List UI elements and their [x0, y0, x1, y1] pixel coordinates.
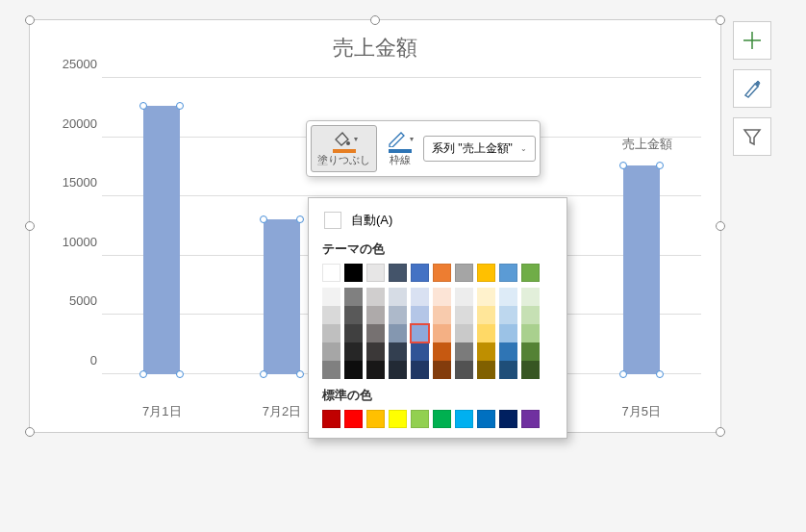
color-swatch[interactable] — [344, 410, 363, 428]
color-swatch[interactable] — [499, 324, 517, 342]
color-swatch[interactable] — [521, 324, 540, 342]
bar-handle[interactable] — [296, 215, 304, 223]
color-swatch[interactable] — [499, 288, 517, 306]
color-swatch[interactable] — [366, 324, 385, 342]
bar-handle[interactable] — [260, 370, 267, 378]
color-swatch[interactable] — [411, 306, 429, 324]
color-swatch[interactable] — [477, 410, 495, 428]
resize-handle-tl[interactable] — [25, 15, 35, 25]
bar-handle[interactable] — [139, 102, 147, 110]
outline-button[interactable]: ▾ 枠線 — [381, 126, 419, 171]
color-swatch[interactable] — [322, 288, 340, 306]
color-swatch[interactable] — [344, 324, 363, 342]
color-swatch[interactable] — [389, 324, 407, 342]
color-swatch[interactable] — [499, 410, 517, 428]
color-swatch[interactable] — [411, 264, 429, 282]
bar[interactable] — [623, 165, 660, 374]
resize-handle-br[interactable] — [716, 427, 725, 437]
color-swatch[interactable] — [477, 264, 495, 282]
color-swatch[interactable] — [389, 361, 407, 379]
bar-handle[interactable] — [656, 370, 664, 378]
color-swatch[interactable] — [521, 342, 540, 361]
color-swatch[interactable] — [477, 361, 495, 379]
color-swatch[interactable] — [344, 264, 363, 282]
color-swatch[interactable] — [389, 306, 407, 324]
bar-handle[interactable] — [619, 370, 627, 378]
color-swatch[interactable] — [322, 264, 340, 282]
fill-button[interactable]: ▾ 塗りつぶし — [311, 125, 377, 172]
color-swatch[interactable] — [366, 288, 385, 306]
color-swatch[interactable] — [477, 342, 495, 361]
resize-handle-ml[interactable] — [25, 221, 35, 231]
color-swatch[interactable] — [455, 264, 473, 282]
color-swatch[interactable] — [322, 306, 340, 324]
color-swatch[interactable] — [411, 410, 429, 428]
series-selector[interactable]: 系列 "売上金額" ⌄ — [423, 136, 536, 162]
color-swatch[interactable] — [433, 342, 451, 361]
color-swatch[interactable] — [455, 410, 473, 428]
color-swatch[interactable] — [433, 410, 451, 428]
chart-filter-button[interactable] — [733, 117, 771, 156]
bar-handle[interactable] — [260, 215, 267, 223]
color-swatch[interactable] — [521, 306, 540, 324]
color-swatch[interactable] — [344, 361, 363, 379]
color-swatch[interactable] — [433, 361, 451, 379]
bar-handle[interactable] — [176, 102, 184, 110]
color-swatch[interactable] — [389, 264, 407, 282]
color-swatch[interactable] — [455, 288, 473, 306]
resize-handle-bl[interactable] — [25, 427, 35, 437]
color-swatch[interactable] — [411, 342, 429, 361]
color-swatch[interactable] — [322, 361, 340, 379]
chart-title[interactable]: 売上金額 — [30, 34, 720, 63]
color-swatch[interactable] — [433, 288, 451, 306]
color-swatch[interactable] — [433, 324, 451, 342]
color-swatch[interactable] — [344, 342, 363, 361]
bar-handle[interactable] — [656, 162, 664, 169]
color-swatch[interactable] — [499, 264, 517, 282]
color-swatch[interactable] — [322, 324, 340, 342]
chart-styles-button[interactable] — [733, 69, 771, 108]
bar-handle[interactable] — [619, 162, 627, 169]
color-swatch[interactable] — [477, 288, 495, 306]
color-swatch[interactable] — [411, 361, 429, 379]
bar[interactable] — [264, 219, 300, 374]
color-swatch[interactable] — [366, 264, 385, 282]
resize-handle-tr[interactable] — [716, 15, 725, 25]
bar-handle[interactable] — [176, 370, 184, 378]
color-swatch[interactable] — [521, 361, 540, 379]
color-swatch[interactable] — [366, 361, 385, 379]
color-swatch[interactable] — [411, 288, 429, 306]
color-swatch[interactable] — [433, 264, 451, 282]
color-swatch[interactable] — [477, 306, 495, 324]
color-swatch[interactable] — [455, 306, 473, 324]
resize-handle-tm[interactable] — [370, 15, 380, 25]
bar-handle[interactable] — [296, 370, 304, 378]
color-swatch[interactable] — [499, 361, 517, 379]
color-swatch[interactable] — [521, 410, 540, 428]
color-swatch[interactable] — [455, 324, 473, 342]
color-swatch[interactable] — [521, 288, 540, 306]
color-swatch[interactable] — [389, 342, 407, 361]
color-swatch[interactable] — [411, 324, 429, 342]
color-swatch[interactable] — [322, 410, 340, 428]
color-swatch[interactable] — [389, 410, 407, 428]
color-swatch[interactable] — [389, 288, 407, 306]
color-swatch[interactable] — [366, 410, 385, 428]
color-swatch[interactable] — [455, 361, 473, 379]
color-swatch[interactable] — [433, 306, 451, 324]
color-swatch[interactable] — [366, 342, 385, 361]
color-swatch[interactable] — [344, 306, 363, 324]
chart-elements-button[interactable] — [733, 21, 771, 60]
color-swatch[interactable] — [499, 342, 517, 361]
color-swatch[interactable] — [499, 306, 517, 324]
color-swatch[interactable] — [455, 342, 473, 361]
legend[interactable]: 売上金額 — [622, 136, 672, 153]
bar-handle[interactable] — [139, 370, 147, 378]
color-swatch[interactable] — [366, 306, 385, 324]
resize-handle-mr[interactable] — [716, 221, 725, 231]
bar[interactable] — [143, 106, 180, 374]
auto-color-option[interactable]: 自動(A) — [322, 208, 553, 233]
color-swatch[interactable] — [521, 264, 540, 282]
color-swatch[interactable] — [344, 288, 363, 306]
color-swatch[interactable] — [322, 342, 340, 361]
